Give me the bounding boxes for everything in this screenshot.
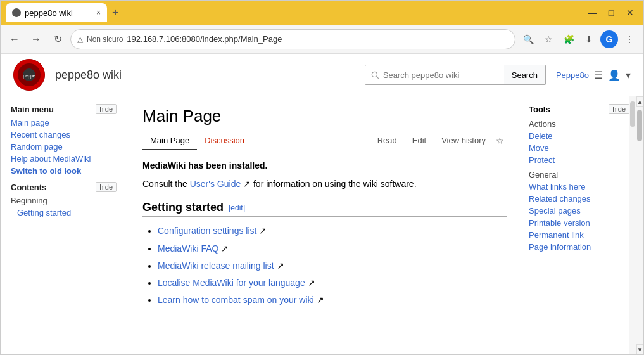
main-menu-header: Main menu hide bbox=[11, 104, 117, 114]
list-link-4[interactable]: Learn how to combat spam on your wiki bbox=[158, 295, 314, 305]
svg-text:peppe: peppe bbox=[23, 74, 35, 79]
getting-started-heading: Getting started [edit] bbox=[142, 201, 507, 217]
tools-general-label: General bbox=[529, 170, 629, 179]
tab-close-button[interactable]: × bbox=[96, 8, 101, 17]
list-item: Configuration settings list ↗ bbox=[158, 223, 507, 239]
tools-move-link[interactable]: Move bbox=[529, 143, 629, 153]
list-link-1[interactable]: MediaWiki FAQ bbox=[158, 243, 218, 254]
wiki-sidebar: Main menu hide Main page Recent changes … bbox=[1, 96, 127, 354]
scrollbar-thumb bbox=[637, 110, 642, 141]
sidebar-item-main-page[interactable]: Main page bbox=[11, 118, 117, 127]
tools-hide-button[interactable]: hide bbox=[609, 104, 629, 114]
sidebar-item-switch-look[interactable]: Switch to old look bbox=[11, 166, 117, 176]
tab-edit[interactable]: Edit bbox=[405, 132, 434, 150]
tools-scrollbar[interactable] bbox=[629, 96, 636, 354]
tools-actions-label: Actions bbox=[529, 119, 629, 129]
scroll-down-arrow[interactable]: ▼ bbox=[636, 344, 643, 354]
wiki-search-button[interactable]: Search bbox=[504, 65, 546, 85]
browser-frame: peppe8o wiki × + — □ ✕ ← → ↻ △ Non sicur… bbox=[0, 0, 644, 355]
browser-tab[interactable]: peppe8o wiki × bbox=[6, 3, 107, 22]
tools-page-information[interactable]: Page information bbox=[529, 242, 629, 252]
article-tabs: Main Page Discussion Read Edit View hist… bbox=[142, 132, 507, 150]
profile-button[interactable]: G bbox=[600, 30, 618, 48]
new-tab-button[interactable]: + bbox=[112, 6, 119, 20]
wiki-search-form: Search bbox=[365, 65, 546, 85]
preferences-icon-button[interactable]: ☰ bbox=[594, 69, 603, 81]
contents-hide-button[interactable]: hide bbox=[96, 182, 117, 192]
list-link-0[interactable]: Configuration settings list bbox=[158, 226, 256, 236]
tools-special-pages[interactable]: Special pages bbox=[529, 206, 629, 216]
user-dropdown-button[interactable]: ▾ bbox=[626, 69, 631, 81]
close-button[interactable]: ✕ bbox=[622, 4, 638, 21]
browser-titlebar: peppe8o wiki × + — □ ✕ bbox=[1, 1, 643, 25]
sidebar-item-recent-changes[interactable]: Recent changes bbox=[11, 130, 117, 139]
wiki-logo: peppe bbox=[13, 59, 45, 91]
address-bar[interactable]: △ Non sicuro 192.168.7.106:8080/index.ph… bbox=[70, 29, 515, 49]
bookmark-button[interactable]: ☆ bbox=[540, 30, 557, 48]
browser-search-button[interactable]: 🔍 bbox=[519, 30, 537, 48]
wiki-site-name: peppe8o wiki bbox=[55, 68, 122, 82]
list-link-3[interactable]: Localise MediaWiki for your language bbox=[158, 278, 305, 288]
user-icon-button[interactable]: 👤 bbox=[608, 69, 621, 81]
contents-beginning: Beginning bbox=[11, 196, 117, 205]
tab-read[interactable]: Read bbox=[370, 132, 405, 150]
list-item: Learn how to combat spam on your wiki ↗ bbox=[158, 292, 507, 308]
toolbar-actions: 🔍 ☆ 🧩 ⬇ G ⋮ bbox=[519, 30, 638, 48]
article-intro: Consult the User's Guide ↗ for informati… bbox=[142, 177, 507, 191]
tab-title: peppe8o wiki bbox=[25, 8, 73, 18]
wiki-body: Main menu hide Main page Recent changes … bbox=[1, 96, 643, 354]
wiki-user-area: Peppe8o ☰ 👤 ▾ bbox=[556, 69, 631, 81]
tab-star-button[interactable]: ☆ bbox=[493, 132, 507, 150]
users-guide-link[interactable]: User's Guide bbox=[190, 179, 241, 189]
tab-favicon bbox=[12, 8, 21, 17]
menu-button[interactable]: ⋮ bbox=[621, 30, 638, 48]
window-controls: — □ ✕ bbox=[584, 4, 638, 21]
back-button[interactable]: ← bbox=[6, 30, 23, 48]
getting-started-edit-link[interactable]: [edit] bbox=[229, 203, 245, 212]
tools-permanent-link[interactable]: Permanent link bbox=[529, 230, 629, 240]
list-item: Localise MediaWiki for your language ↗ bbox=[158, 275, 507, 291]
contents-getting-started[interactable]: Getting started bbox=[17, 208, 117, 217]
tools-scrollbar-thumb bbox=[630, 101, 635, 127]
non-secure-label: Non sicuro bbox=[87, 35, 123, 44]
article-notice: MediaWiki has been installed. bbox=[142, 160, 507, 171]
main-menu-label: Main menu bbox=[11, 105, 54, 114]
tab-main-page[interactable]: Main Page bbox=[142, 132, 197, 150]
tab-view-history[interactable]: View history bbox=[434, 132, 493, 150]
contents-label: Contents bbox=[11, 183, 46, 192]
article-title: Main Page bbox=[142, 106, 507, 129]
tools-header: Tools hide bbox=[529, 104, 629, 114]
maximize-button[interactable]: □ bbox=[603, 4, 619, 21]
reload-button[interactable]: ↻ bbox=[49, 30, 66, 48]
scrollbar-track[interactable] bbox=[636, 106, 643, 344]
minimize-button[interactable]: — bbox=[584, 4, 600, 21]
wiki-username[interactable]: Peppe8o bbox=[556, 70, 589, 80]
wiki-article: Main Page Main Page Discussion Read Edit… bbox=[127, 96, 522, 354]
sidebar-item-help[interactable]: Help about MediaWiki bbox=[11, 154, 117, 164]
wiki-search-input[interactable] bbox=[365, 65, 504, 85]
page-scrollbar[interactable]: ▲ ▼ bbox=[636, 96, 643, 354]
tools-what-links-here[interactable]: What links here bbox=[529, 182, 629, 191]
intro-suffix: for information on using the wiki softwa… bbox=[253, 179, 417, 189]
download-button[interactable]: ⬇ bbox=[580, 30, 598, 48]
scroll-up-arrow[interactable]: ▲ bbox=[636, 96, 643, 106]
intro-text: Consult the bbox=[142, 179, 187, 189]
tools-label: Tools bbox=[529, 105, 550, 114]
tab-discussion[interactable]: Discussion bbox=[197, 132, 252, 150]
browser-toolbar: ← → ↻ △ Non sicuro 192.168.7.106:8080/in… bbox=[1, 25, 643, 54]
tools-delete-link[interactable]: Delete bbox=[529, 131, 629, 141]
forward-button[interactable]: → bbox=[27, 30, 45, 48]
getting-started-label: Getting started bbox=[142, 201, 224, 214]
sidebar-item-random-page[interactable]: Random page bbox=[11, 142, 117, 152]
page-content: peppe peppe8o wiki Search Peppe8o ☰ 👤 ▾ … bbox=[1, 54, 643, 354]
main-menu-hide-button[interactable]: hide bbox=[96, 104, 117, 114]
tools-related-changes[interactable]: Related changes bbox=[529, 194, 629, 203]
contents-header: Contents hide bbox=[11, 182, 117, 192]
tools-protect-link[interactable]: Protect bbox=[529, 155, 629, 165]
wiki-tools: Tools hide Actions Delete Move Protect G… bbox=[522, 96, 636, 354]
list-link-2[interactable]: MediaWiki release mailing list bbox=[158, 261, 274, 271]
url-display[interactable]: 192.168.7.106:8080/index.php/Main_Page bbox=[127, 34, 508, 44]
tools-printable-version[interactable]: Printable version bbox=[529, 218, 629, 228]
wiki-header: peppe peppe8o wiki Search Peppe8o ☰ 👤 ▾ bbox=[1, 54, 643, 96]
extension-button[interactable]: 🧩 bbox=[560, 30, 578, 48]
